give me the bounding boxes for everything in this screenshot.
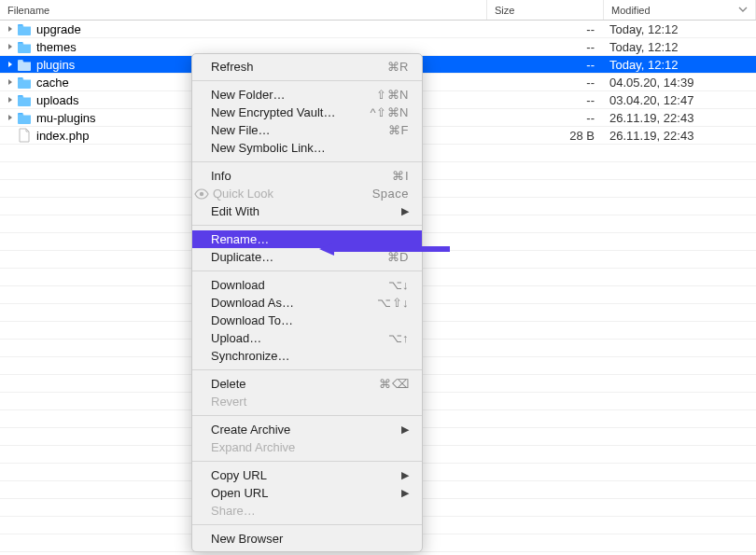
file-name-label: upgrade — [36, 22, 81, 36]
file-size-cell: 28 B — [487, 129, 604, 143]
disclosure-triangle-icon[interactable] — [6, 61, 14, 69]
menu-divider — [192, 369, 422, 370]
menu-item-info[interactable]: Info⌘I — [192, 167, 422, 185]
menu-item-download[interactable]: Download⌥↓ — [192, 276, 422, 294]
submenu-arrow-icon: ▶ — [401, 423, 409, 436]
menu-item-upload[interactable]: Upload…⌥↑ — [192, 329, 422, 347]
disclosure-triangle-icon[interactable] — [6, 96, 14, 104]
column-header-filename[interactable]: Filename — [0, 0, 487, 20]
menu-item-share: Share… — [192, 502, 422, 520]
menu-divider — [192, 271, 422, 271]
menu-divider — [192, 415, 422, 416]
file-modified-cell: 03.04.20, 12:47 — [604, 93, 756, 107]
file-modified-cell: 26.11.19, 22:43 — [604, 111, 756, 125]
menu-item-expand-archive: Expand Archive — [192, 438, 422, 456]
column-header-size[interactable]: Size — [487, 0, 604, 20]
file-size-cell: -- — [487, 93, 604, 107]
file-icon — [18, 128, 31, 143]
file-modified-cell: Today, 12:12 — [604, 22, 756, 36]
file-name-label: plugins — [36, 58, 75, 72]
menu-item-label: New Folder… — [211, 88, 376, 102]
disclosure-triangle-icon[interactable] — [6, 78, 14, 87]
submenu-arrow-icon: ▶ — [401, 487, 409, 499]
disclosure-triangle-icon[interactable] — [6, 43, 14, 51]
menu-item-open-url[interactable]: Open URL▶ — [192, 484, 422, 502]
menu-divider — [192, 161, 422, 162]
file-size-cell: -- — [487, 111, 604, 125]
menu-divider — [192, 225, 422, 226]
menu-shortcut: ⌘⌫ — [379, 377, 409, 391]
file-name-label: index.php — [36, 129, 89, 143]
menu-item-label: Edit With — [211, 204, 401, 218]
menu-item-new-folder[interactable]: New Folder…⇧⌘N — [192, 86, 422, 104]
menu-item-label: Delete — [211, 377, 379, 391]
column-header-modified-label: Modified — [611, 5, 651, 16]
menu-item-duplicate[interactable]: Duplicate…⌘D — [192, 248, 422, 266]
menu-item-synchronize[interactable]: Synchronize… — [192, 347, 422, 365]
menu-item-label: Info — [211, 169, 392, 183]
menu-item-refresh[interactable]: Refresh⌘R — [192, 58, 422, 76]
menu-item-rename[interactable]: Rename… — [192, 230, 422, 248]
menu-item-label: Revert — [211, 395, 409, 409]
disclosure-triangle-icon[interactable] — [6, 114, 14, 122]
menu-item-label: Refresh — [211, 60, 387, 74]
context-menu: Refresh⌘RNew Folder…⇧⌘NNew Encrypted Vau… — [191, 53, 423, 552]
file-size-cell: -- — [487, 40, 604, 54]
menu-item-label: Duplicate… — [211, 250, 387, 264]
file-size-cell: -- — [487, 22, 604, 36]
menu-shortcut: ⇧⌘N — [376, 88, 409, 102]
column-header-row: Filename Size Modified — [0, 0, 756, 21]
file-modified-cell: 26.11.19, 22:43 — [604, 129, 756, 143]
menu-item-delete[interactable]: Delete⌘⌫ — [192, 375, 422, 393]
table-row[interactable]: upgrade--Today, 12:12 — [0, 21, 756, 38]
folder-icon — [17, 76, 32, 89]
folder-icon — [17, 111, 32, 124]
file-size-cell: -- — [487, 58, 604, 72]
menu-item-label: Rename… — [211, 232, 409, 246]
menu-item-copy-url[interactable]: Copy URL▶ — [192, 466, 422, 484]
menu-item-label: Copy URL — [211, 468, 401, 482]
menu-item-label: Synchronize… — [211, 349, 409, 363]
column-header-modified[interactable]: Modified — [604, 0, 756, 20]
menu-item-new-file[interactable]: New File…⌘F — [192, 121, 422, 139]
menu-shortcut: ⌥↑ — [388, 331, 410, 345]
menu-item-download-as[interactable]: Download As…⌥⇧↓ — [192, 294, 422, 312]
menu-divider — [192, 461, 422, 462]
menu-shortcut: ⌥↓ — [388, 278, 410, 292]
menu-shortcut: ⌥⇧↓ — [377, 296, 409, 310]
folder-icon — [17, 22, 32, 35]
menu-divider — [192, 80, 422, 81]
file-name-label: themes — [36, 40, 77, 54]
menu-item-label: New File… — [211, 123, 388, 137]
menu-item-revert: Revert — [192, 393, 422, 410]
file-name-label: uploads — [36, 93, 79, 107]
menu-item-quick-look: Quick LookSpace — [192, 185, 422, 202]
menu-shortcut: ⌘I — [392, 169, 409, 183]
submenu-arrow-icon: ▶ — [401, 205, 409, 217]
menu-item-label: New Symbolic Link… — [211, 141, 409, 155]
chevron-down-icon — [738, 5, 748, 16]
menu-item-label: Upload… — [211, 331, 388, 345]
menu-item-label: New Browser — [211, 532, 409, 546]
menu-shortcut: ⌘R — [387, 60, 409, 74]
file-size-cell: -- — [487, 76, 604, 90]
menu-item-new-encrypted-vault[interactable]: New Encrypted Vault…^⇧⌘N — [192, 104, 422, 121]
menu-item-create-archive[interactable]: Create Archive▶ — [192, 421, 422, 438]
file-name-label: cache — [36, 76, 69, 90]
menu-divider — [192, 524, 422, 525]
folder-icon — [17, 40, 32, 53]
menu-shortcut: ⌘D — [387, 250, 409, 264]
file-modified-cell: Today, 12:12 — [604, 40, 756, 54]
folder-icon — [17, 93, 32, 106]
menu-item-download-to[interactable]: Download To… — [192, 312, 422, 329]
menu-item-new-symbolic-link[interactable]: New Symbolic Link… — [192, 139, 422, 157]
menu-shortcut: ^⇧⌘N — [371, 105, 410, 119]
disclosure-triangle-icon[interactable] — [6, 25, 14, 34]
menu-item-label: Download To… — [211, 313, 409, 327]
menu-item-new-browser[interactable]: New Browser — [192, 530, 422, 548]
menu-item-label: Open URL — [211, 486, 401, 500]
menu-item-label: New Encrypted Vault… — [211, 105, 371, 119]
menu-item-edit-with[interactable]: Edit With▶ — [192, 202, 422, 220]
file-name-label: mu-plugins — [36, 111, 96, 125]
eye-icon — [194, 188, 209, 200]
